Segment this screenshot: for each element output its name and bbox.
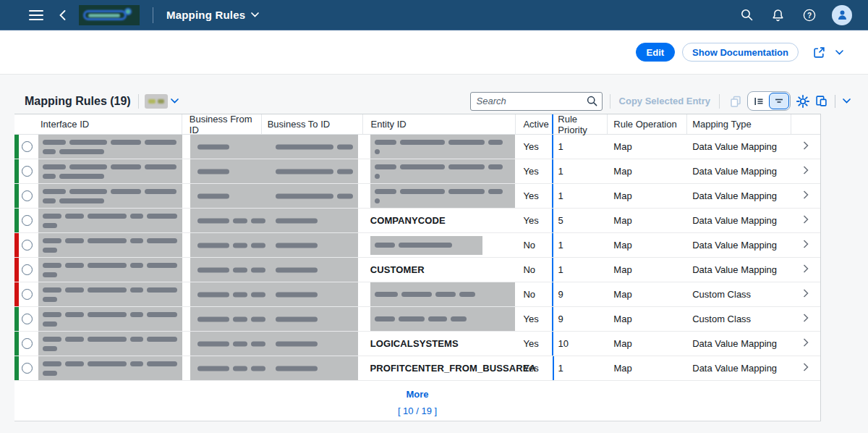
app-title-menu[interactable]: Mapping Rules [166, 9, 259, 21]
cell-select [19, 159, 36, 183]
row-select-radio[interactable] [22, 166, 33, 177]
company-logo[interactable] [79, 5, 140, 25]
redaction-blobs [375, 164, 511, 169]
row-navigation-chevron-icon[interactable] [803, 215, 809, 226]
table-row[interactable]: Yes1MapData Value Mapping [14, 135, 820, 159]
export-icon[interactable] [812, 92, 830, 110]
cell-rule-priority: 9 [552, 307, 608, 331]
table-row[interactable]: Yes9MapCustom Class [14, 307, 820, 332]
edit-button[interactable]: Edit [636, 43, 676, 62]
redaction-blobs [375, 243, 478, 248]
redacted-business-ids [190, 184, 358, 208]
column-header-active[interactable]: Active [516, 114, 552, 134]
row-select-radio[interactable] [22, 264, 33, 275]
redaction-blobs [43, 272, 178, 277]
search-field[interactable] [470, 92, 603, 111]
redaction-blobs [375, 149, 511, 154]
search-input[interactable] [477, 96, 587, 106]
redaction-blobs [375, 292, 511, 297]
column-header-interface-id[interactable]: Interface ID [36, 114, 182, 134]
row-select-radio[interactable] [22, 215, 33, 226]
copy-icon[interactable] [727, 93, 744, 110]
cell-navigation [791, 356, 820, 380]
navigation-column-header [791, 114, 820, 134]
show-documentation-button[interactable]: Show Documentation [682, 43, 799, 62]
row-navigation-chevron-icon[interactable] [803, 141, 809, 152]
search-icon[interactable] [738, 6, 756, 24]
row-navigation-chevron-icon[interactable] [803, 190, 809, 201]
cell-rule-priority: 9 [552, 282, 608, 306]
table-row[interactable]: COMPANYCODEYes5MapData Value Mapping [14, 209, 820, 233]
cell-rule-operation: Map [608, 184, 687, 208]
cell-interface-id [36, 159, 182, 183]
share-icon[interactable] [810, 43, 828, 62]
cell-rule-priority: 1 [552, 184, 608, 208]
more-button[interactable]: More [406, 389, 428, 400]
collapse-groups-icon[interactable] [749, 93, 769, 109]
row-navigation-chevron-icon[interactable] [803, 363, 809, 374]
table-row[interactable]: Yes1MapData Value Mapping [14, 184, 820, 209]
cell-rule-priority: 1 [552, 258, 608, 282]
row-navigation-chevron-icon[interactable] [803, 264, 809, 275]
row-navigation-chevron-icon[interactable] [803, 240, 809, 251]
row-select-radio[interactable] [22, 314, 33, 324]
column-header-business-to-id[interactable]: Business To ID [262, 114, 363, 134]
redacted-interface-id [38, 135, 182, 159]
expand-groups-icon[interactable] [769, 93, 789, 109]
cell-business-from-to-id [182, 209, 363, 232]
header-actions-chevron-icon[interactable] [833, 48, 846, 57]
row-navigation-chevron-icon[interactable] [803, 289, 809, 300]
column-header-mapping-type[interactable]: Mapping Type [687, 114, 791, 134]
menu-icon[interactable] [26, 7, 46, 24]
redaction-blobs [197, 316, 265, 321]
row-select-radio[interactable] [22, 363, 33, 374]
redacted-entity-id [370, 307, 515, 331]
row-navigation-chevron-icon[interactable] [803, 166, 809, 177]
redaction-blobs [43, 371, 178, 376]
row-navigation-chevron-icon[interactable] [803, 314, 809, 324]
screen: Mapping Rules ? Edit Show Documentation [0, 0, 868, 433]
redaction-blobs [43, 263, 178, 268]
cell-active: Yes [516, 159, 552, 183]
column-header-business-from-id[interactable]: Business From ID [182, 114, 262, 134]
notifications-bell-icon[interactable] [769, 6, 787, 25]
table-row[interactable]: Yes1MapData Value Mapping [14, 159, 820, 184]
settings-gear-icon[interactable] [793, 92, 812, 111]
redaction-blobs [43, 149, 178, 154]
table-row[interactable]: LOGICALSYSTEMSYes10MapData Value Mapping [14, 332, 820, 356]
column-header-rule-priority[interactable]: Rule Priority [552, 114, 608, 134]
table-toolbar: Mapping Rules (19) Copy Selected Entry [14, 88, 854, 114]
table-row[interactable]: CUSTOMERNo1MapData Value Mapping [14, 258, 820, 282]
cell-entity-id [363, 135, 516, 159]
cell-business-from-to-id [182, 282, 363, 306]
redacted-entity-id [370, 236, 482, 255]
row-select-radio[interactable] [22, 141, 33, 152]
row-select-radio[interactable] [22, 338, 33, 349]
user-avatar[interactable] [832, 5, 852, 25]
table-row[interactable]: No9MapCustom Class [14, 282, 820, 307]
search-magnifier-icon[interactable] [587, 96, 597, 106]
cell-mapping-type: Data Value Mapping [687, 184, 791, 208]
back-icon[interactable] [56, 7, 69, 23]
help-icon[interactable]: ? [800, 6, 819, 25]
cell-business-from-to-id [182, 184, 363, 208]
column-header-rule-operation[interactable]: Rule Operation [608, 114, 687, 134]
table-row[interactable]: PROFITCENTER_FROM_BUSSAREAYes1MapData Va… [14, 356, 820, 381]
redaction-blobs [375, 174, 511, 179]
cell-business-from-to-id [182, 332, 363, 356]
redaction-blobs [43, 297, 178, 302]
variant-chevron-icon[interactable] [168, 96, 182, 106]
column-header-entity-id[interactable]: Entity ID [363, 114, 516, 134]
row-select-radio[interactable] [22, 240, 33, 251]
table-row[interactable]: No1MapData Value Mapping [14, 233, 820, 258]
cell-navigation [791, 135, 820, 159]
redaction-blobs [375, 140, 511, 145]
copy-selected-entry-button[interactable]: Copy Selected Entry [618, 96, 712, 106]
logo-redaction-mark [88, 14, 120, 17]
row-navigation-chevron-icon[interactable] [803, 338, 809, 349]
cell-active: Yes [516, 332, 552, 356]
export-menu-chevron-icon[interactable] [840, 96, 854, 106]
row-select-radio[interactable] [22, 289, 33, 300]
redacted-variant-chip[interactable] [145, 94, 168, 109]
row-select-radio[interactable] [22, 190, 33, 201]
